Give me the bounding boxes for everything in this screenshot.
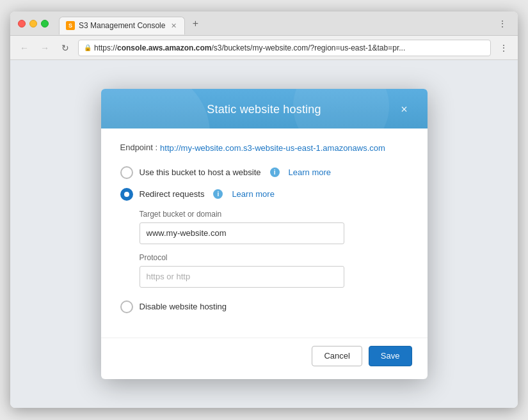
radio-redirect-label: Redirect requests (140, 189, 205, 199)
info-icon-host[interactable]: i (270, 167, 280, 177)
learn-more-host-link[interactable]: Learn more (289, 167, 331, 177)
protocol-input[interactable] (140, 266, 344, 288)
endpoint-label: Endpoint : (120, 143, 158, 152)
page-content: Static website hosting × Endpoint : http… (10, 60, 518, 408)
radio-option-disable[interactable]: Disable website hosting (120, 300, 408, 313)
target-bucket-input[interactable] (140, 222, 344, 244)
browser-menu-icon[interactable]: ⋮ (495, 16, 510, 31)
address-bar[interactable]: 🔒 https://console.aws.amazon.com/s3/buck… (78, 40, 491, 56)
modal-close-button[interactable]: × (397, 102, 412, 117)
maximize-button[interactable] (41, 20, 49, 27)
address-text: https://console.aws.amazon.com/s3/bucket… (94, 43, 405, 52)
modal-title: Static website hosting (132, 103, 397, 116)
modal-body: Endpoint : http://my-website.com.s3-webs… (101, 128, 428, 337)
radio-redirect-circle[interactable] (120, 188, 133, 201)
radio-host-label: Use this bucket to host a website (140, 167, 261, 177)
browser-toolbar: ← → ↻ 🔒 https://console.aws.amazon.com/s… (10, 36, 518, 60)
forward-button[interactable]: → (37, 40, 52, 56)
protocol-label: Protocol (140, 253, 408, 262)
radio-option-host[interactable]: Use this bucket to host a website i Lear… (120, 166, 408, 179)
redirect-form-section: Target bucket or domain Protocol (140, 210, 408, 297)
close-button[interactable] (18, 20, 26, 27)
radio-disable-circle[interactable] (120, 300, 133, 313)
modal-footer: Cancel Save (101, 338, 428, 379)
reload-button[interactable]: ↻ (58, 40, 73, 56)
modal-dialog: Static website hosting × Endpoint : http… (101, 89, 428, 378)
endpoint-link[interactable]: http://my-website.com.s3-website-us-east… (160, 143, 385, 154)
endpoint-row: Endpoint : http://my-website.com.s3-webs… (120, 143, 408, 154)
tab-bar: S S3 Management Console ✕ + (59, 12, 490, 35)
browser-titlebar: S S3 Management Console ✕ + ⋮ (10, 12, 518, 36)
target-bucket-label: Target bucket or domain (140, 210, 408, 219)
traffic-lights (18, 20, 49, 27)
save-button[interactable]: Save (369, 346, 412, 366)
new-tab-button[interactable]: + (188, 16, 203, 31)
info-icon-redirect[interactable]: i (213, 189, 223, 199)
cancel-button[interactable]: Cancel (312, 346, 362, 366)
radio-disable-label: Disable website hosting (140, 302, 227, 311)
browser-window: S S3 Management Console ✕ + ⋮ ← → ↻ 🔒 ht… (10, 12, 518, 408)
back-button[interactable]: ← (17, 40, 32, 56)
active-tab[interactable]: S S3 Management Console ✕ (59, 17, 185, 35)
learn-more-redirect-link[interactable]: Learn more (232, 189, 274, 199)
radio-option-redirect[interactable]: Redirect requests i Learn more (120, 188, 408, 201)
lock-icon: 🔒 (84, 44, 92, 51)
radio-host-circle[interactable] (120, 166, 133, 179)
modal-overlay: Static website hosting × Endpoint : http… (10, 60, 518, 408)
toolbar-menu-icon[interactable]: ⋮ (496, 40, 511, 56)
address-domain: console.aws.amazon.com (117, 43, 211, 52)
tab-label: S3 Management Console (79, 21, 165, 30)
modal-header: Static website hosting × (101, 89, 428, 128)
tab-close-icon[interactable]: ✕ (169, 21, 178, 30)
minimize-button[interactable] (29, 20, 37, 27)
tab-favicon: S (66, 21, 75, 30)
